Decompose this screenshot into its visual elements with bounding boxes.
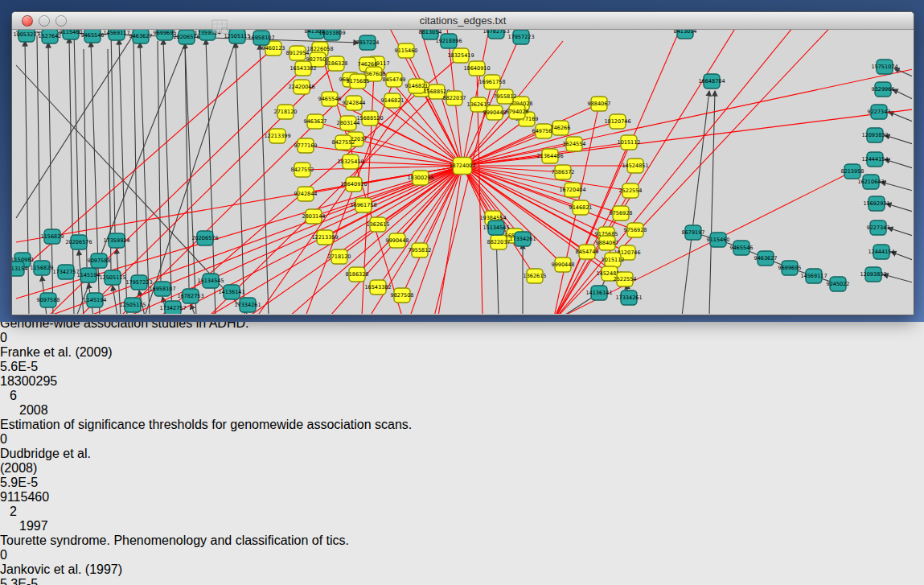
graph-node[interactable]: 16210643 bbox=[857, 175, 884, 189]
graph-node[interactable]: 2803144 bbox=[302, 209, 326, 224]
graph-node[interactable]: 9115460 bbox=[707, 233, 730, 247]
graph-node[interactable]: 20206576 bbox=[65, 235, 92, 249]
graph-node[interactable]: 8186328 bbox=[346, 267, 369, 282]
graph-node[interactable]: 1527642 bbox=[39, 30, 62, 43]
graph-node[interactable]: 14136141 bbox=[585, 286, 612, 300]
graph-node[interactable]: 9884067 bbox=[596, 236, 619, 250]
graph-node[interactable]: 14569117 bbox=[103, 30, 129, 40]
graph-node[interactable]: 10053237 bbox=[13, 30, 39, 42]
graph-node[interactable]: 9465546 bbox=[81, 30, 105, 43]
citation-network-graph[interactable]: 9115460145691179699695946554694636279777… bbox=[12, 30, 912, 314]
graph-node[interactable]: 8427552 bbox=[332, 135, 355, 150]
graph-node[interactable]: 8679197 bbox=[682, 225, 705, 240]
graph-node[interactable]: 16782753 bbox=[177, 289, 203, 303]
graph-node[interactable]: 9097588 bbox=[88, 253, 111, 268]
graph-node[interactable]: 9097588 bbox=[37, 293, 60, 307]
graph-node[interactable]: 18325419 bbox=[447, 48, 474, 63]
graph-node[interactable]: 1015112 bbox=[618, 135, 641, 150]
graph-node[interactable]: 1015112 bbox=[602, 253, 625, 267]
graph-node[interactable]: 7955812 bbox=[494, 89, 517, 104]
graph-node[interactable]: 14524851 bbox=[622, 159, 648, 173]
graph-node[interactable]: 9245022 bbox=[827, 277, 850, 291]
graph-node[interactable]: 20206576 bbox=[191, 231, 218, 245]
graph-node[interactable]: 6794028 bbox=[506, 105, 529, 119]
graph-node[interactable]: 12444154 bbox=[861, 152, 888, 167]
graph-node[interactable]: 9463627 bbox=[304, 114, 327, 129]
graph-node[interactable]: 9146821 bbox=[381, 93, 405, 108]
graph-node[interactable]: 17359924 bbox=[103, 233, 129, 248]
graph-node[interactable]: 8454749 bbox=[576, 245, 599, 259]
graph-node[interactable]: 16782753 bbox=[483, 30, 509, 39]
graph-node[interactable]: 1362615 bbox=[524, 269, 547, 283]
graph-node[interactable]: 8454749 bbox=[383, 72, 406, 87]
graph-node[interactable]: 8822037 bbox=[487, 235, 511, 249]
graph-node[interactable]: 1156829 bbox=[41, 229, 64, 244]
graph-node[interactable]: 9756928 bbox=[624, 223, 647, 237]
graph-node[interactable]: 8186328 bbox=[325, 56, 348, 71]
graph-node[interactable]: 17334261 bbox=[234, 298, 261, 312]
graph-node[interactable]: 7955812 bbox=[409, 243, 432, 257]
graph-node[interactable]: 2522554 bbox=[614, 272, 637, 286]
window-titlebar[interactable]: citations_edges.txt bbox=[12, 12, 914, 30]
graph-node[interactable]: 15134545 bbox=[197, 274, 224, 288]
graph-node[interactable]: 9329966 bbox=[872, 82, 895, 97]
graph-node[interactable]: 9756928 bbox=[610, 206, 633, 220]
graph-node[interactable]: 21364486 bbox=[536, 149, 563, 163]
graph-node[interactable]: 9699695 bbox=[778, 261, 802, 275]
graph-node[interactable]: 22420046 bbox=[288, 80, 314, 94]
graph-node[interactable]: 9990448 bbox=[552, 257, 575, 272]
graph-node[interactable]: 1156829 bbox=[31, 261, 54, 275]
graph-node[interactable]: 9175685 bbox=[347, 74, 370, 89]
graph-node[interactable]: 15692931 bbox=[863, 196, 889, 211]
graph-node[interactable]: 12444154 bbox=[868, 245, 894, 259]
network-canvas[interactable]: 9115460145691179699695946554694636279777… bbox=[12, 30, 914, 317]
graph-node[interactable]: 14569117 bbox=[800, 269, 827, 283]
graph-node[interactable]: 8822037 bbox=[443, 91, 466, 105]
graph-node[interactable]: 9884067 bbox=[588, 97, 611, 111]
graph-node[interactable]: 9242844 bbox=[343, 96, 366, 110]
graph-node[interactable]: 9227343 bbox=[867, 220, 890, 235]
graph-node[interactable]: 9990448 bbox=[386, 233, 409, 248]
graph-node[interactable]: 15751074 bbox=[871, 60, 897, 74]
table-row[interactable]: 911546021997Tourette syndrome. Phenomeno… bbox=[0, 490, 924, 585]
graph-node[interactable]: 7857224 bbox=[356, 35, 380, 50]
graph-node[interactable]: 1362615 bbox=[367, 217, 390, 232]
graph-node[interactable]: 16648784 bbox=[698, 74, 725, 89]
graph-node[interactable]: 9115460 bbox=[395, 43, 418, 58]
graph-node[interactable]: 9465546 bbox=[730, 241, 754, 255]
graph-node[interactable]: 9115460 bbox=[60, 30, 83, 39]
graph-node[interactable]: 2718120 bbox=[328, 249, 351, 264]
graph-node[interactable]: 8413054 bbox=[674, 30, 697, 39]
graph-node[interactable]: 8215958 bbox=[841, 164, 864, 179]
graph-node[interactable]: 9242844 bbox=[294, 187, 318, 201]
graph-node[interactable]: 12093832 bbox=[861, 128, 888, 142]
graph-node[interactable]: 2522554 bbox=[619, 183, 643, 198]
graph-node[interactable]: 9463627 bbox=[754, 251, 778, 266]
graph-node[interactable]: 9227343 bbox=[868, 105, 891, 119]
graph-node[interactable]: 746266 bbox=[551, 121, 571, 135]
graph-node[interactable]: 2803144 bbox=[337, 116, 360, 130]
graph-node[interactable]: 9990448 bbox=[483, 105, 507, 120]
graph-node[interactable]: 9465546 bbox=[318, 92, 342, 106]
graph-node[interactable]: 18640910 bbox=[463, 61, 490, 76]
graph-node[interactable]: 3624554 bbox=[563, 137, 586, 151]
graph-node[interactable]: 17334261 bbox=[615, 290, 642, 305]
graph-node[interactable]: 16961758 bbox=[350, 198, 376, 212]
graph-node[interactable]: 1145194 bbox=[77, 268, 101, 282]
graph-node[interactable]: 2718120 bbox=[274, 105, 298, 119]
graph-node[interactable]: 17342757 bbox=[52, 265, 79, 279]
graph-node[interactable]: 9777169 bbox=[294, 138, 318, 153]
graph-node[interactable]: 17957223 bbox=[507, 30, 534, 44]
graph-node[interactable]: 9146821 bbox=[569, 200, 593, 215]
table-row[interactable]: 1830029562008Estimation of significance … bbox=[0, 374, 924, 490]
graph-node[interactable]: 18120746 bbox=[604, 114, 630, 129]
graph-node[interactable]: 8427552 bbox=[291, 163, 314, 177]
graph-node[interactable]: 12093832 bbox=[860, 267, 886, 282]
graph-hub-node[interactable]: 18724007 bbox=[449, 158, 475, 175]
graph-node[interactable]: 16543382 bbox=[364, 280, 391, 295]
graph-node[interactable]: 16033809 bbox=[318, 30, 345, 40]
graph-node[interactable]: 9827508 bbox=[391, 288, 414, 303]
graph-node[interactable]: 19218896 bbox=[435, 34, 462, 48]
graph-nodes[interactable]: 9115460145691179699695946554694636279777… bbox=[12, 30, 898, 314]
graph-node[interactable]: 7386372 bbox=[552, 165, 575, 179]
